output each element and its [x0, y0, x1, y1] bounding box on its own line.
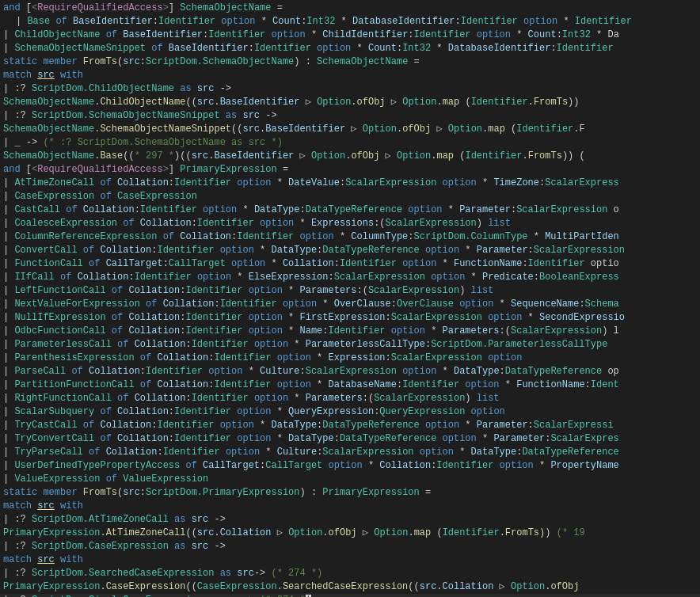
code-line: | ParenthesisExpression of Collation:Ide…: [0, 352, 700, 365]
code-line: | AtTimeZoneCall of Collation:Identifier…: [0, 177, 700, 190]
code-line: | ConvertCall of Collation:Identifier op…: [0, 244, 700, 257]
code-line: | :? ScriptDom.ChildObjectName as src ->: [0, 82, 700, 96]
code-line: match src with: [0, 553, 700, 567]
code-line: | LeftFunctionCall of Collation:Identifi…: [0, 284, 700, 298]
code-line: match src with: [0, 500, 700, 513]
code-line: | :? ScriptDom.SchemaObjectNameSnippet a…: [0, 109, 700, 123]
code-line: | RightFunctionCall of Collation:Identif…: [0, 392, 700, 405]
code-line: | ParseCall of Collation:Identifier opti…: [0, 365, 700, 378]
code-line: | Base of BaseIdentifier:Identifier opti…: [0, 15, 700, 29]
code-line: | _ -> (* :? ScriptDom.SchemaObjectName …: [0, 136, 700, 150]
code-line: | ScalarSubquery of Collation:Identifier…: [0, 405, 700, 419]
code-line: | ParameterlessCall of Collation:Identif…: [0, 338, 700, 352]
code-line: | TryCastCall of Collation:Identifier op…: [0, 419, 700, 432]
code-line: SchemaObjectName.ChildObjectName((src.Ba…: [0, 96, 700, 109]
code-line: | CaseExpression of CaseExpression: [0, 190, 700, 203]
code-line: SchemaObjectName.SchemaObjectNameSnippet…: [0, 123, 700, 136]
code-line: | CoalesceExpression of Collation:Identi…: [0, 217, 700, 230]
code-line: | UserDefinedTypePropertyAccess of CallT…: [0, 459, 700, 473]
code-line: | NullIfExpression of Collation:Identifi…: [0, 311, 700, 325]
code-line: PrimaryExpression.CaseExpression((CaseEx…: [0, 580, 700, 594]
code-line: SchemaObjectName.Base((* 297 *)((src.Bas…: [0, 150, 700, 163]
code-line: | SchemaObjectNameSnippet of BaseIdentif…: [0, 42, 700, 55]
code-line: | ColumnReferenceExpression of Collation…: [0, 230, 700, 244]
code-line: | :? ScriptDom.SearchedCaseExpression as…: [0, 567, 700, 580]
code-line: | TryConvertCall of Collation:Identifier…: [0, 432, 700, 446]
code-line: | :? ScriptDom.CaseExpression as src ->: [0, 540, 700, 553]
code-editor: and [<RequireQualifiedAccess>] SchemaObj…: [0, 0, 700, 597]
code-line: | ChildObjectName of BaseIdentifier:Iden…: [0, 29, 700, 42]
code-line: | ValueExpression of ValueExpression: [0, 473, 700, 486]
code-line: static member FromTs(src:ScriptDom.Prima…: [0, 486, 700, 500]
code-line: | NextValueForExpression of Collation:Id…: [0, 298, 700, 311]
code-line: | TryParseCall of Collation:Identifier o…: [0, 446, 700, 459]
code-line: static member FromTs(src:ScriptDom.Schem…: [0, 55, 700, 69]
code-line: | :? ScriptDom.AtTimeZoneCall as src ->: [0, 513, 700, 527]
code-line: | FunctionCall of CallTarget:CallTarget …: [0, 257, 700, 271]
code-line: and [<RequireQualifiedAccess>] SchemaObj…: [0, 2, 700, 15]
code-line: | PartitionFunctionCall of Collation:Ide…: [0, 378, 700, 392]
code-line: | CastCall of Collation:Identifier optio…: [0, 203, 700, 217]
code-line: and [<RequireQualifiedAccess>] PrimaryEx…: [0, 163, 700, 177]
code-line-current: | :? ScriptDom.SimpleCaseExpression as s…: [0, 594, 700, 597]
code-line: PrimaryExpression.AtTimeZoneCall((src.Co…: [0, 527, 700, 540]
code-line: | OdbcFunctionCall of Collation:Identifi…: [0, 325, 700, 338]
code-line: | IIfCall of Collation:Identifier option…: [0, 271, 700, 284]
code-line: match src with: [0, 69, 700, 82]
